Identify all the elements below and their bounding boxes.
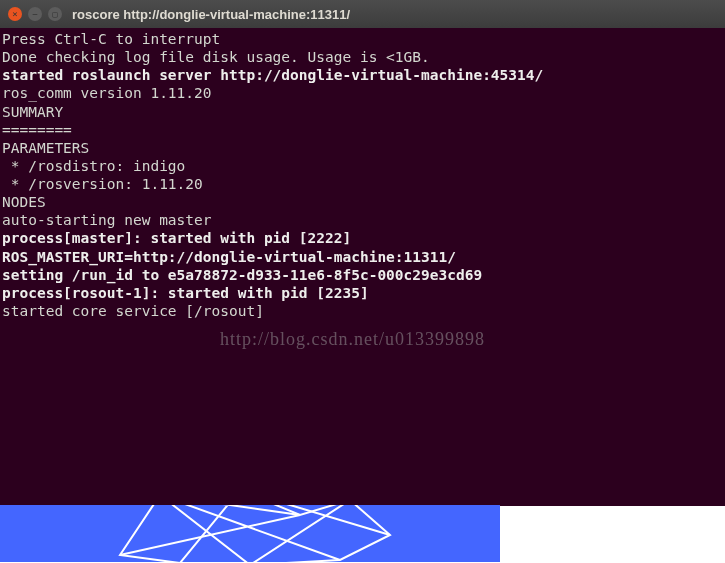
terminal-line: process[master]: started with pid [2222] (2, 229, 721, 247)
window-title: roscore http://donglie-virtual-machine:1… (72, 7, 350, 22)
watermark-text: http://blog.csdn.net/u013399898 (220, 328, 485, 351)
terminal-line: ros_comm version 1.11.20 (2, 84, 721, 102)
close-icon[interactable]: × (8, 7, 22, 21)
terminal-line: SUMMARY (2, 103, 721, 121)
titlebar[interactable]: × − ▢ roscore http://donglie-virtual-mac… (0, 0, 725, 28)
terminal-window: × − ▢ roscore http://donglie-virtual-mac… (0, 0, 725, 506)
terminal-line: PARAMETERS (2, 139, 721, 157)
terminal-line: ======== (2, 121, 721, 139)
terminal-line: * /rosdistro: indigo (2, 157, 721, 175)
terminal-line: started roslaunch server http://donglie-… (2, 66, 721, 84)
visualization-panel (0, 505, 500, 562)
terminal-line: ROS_MASTER_URI=http://donglie-virtual-ma… (2, 248, 721, 266)
terminal-line: Press Ctrl-C to interrupt (2, 30, 721, 48)
terminal-line: * /rosversion: 1.11.20 (2, 175, 721, 193)
window-controls: × − ▢ (8, 7, 62, 21)
terminal-line: setting /run_id to e5a78872-d933-11e6-8f… (2, 266, 721, 284)
terminal-line: started core service [/rosout] (2, 302, 721, 320)
wireframe-icon (100, 505, 420, 562)
minimize-icon[interactable]: − (28, 7, 42, 21)
terminal-line: NODES (2, 193, 721, 211)
terminal-output[interactable]: Press Ctrl-C to interrupt Done checking … (0, 28, 725, 506)
terminal-line: auto-starting new master (2, 211, 721, 229)
terminal-line: Done checking log file disk usage. Usage… (2, 48, 721, 66)
maximize-icon[interactable]: ▢ (48, 7, 62, 21)
bottom-area (0, 506, 725, 563)
terminal-line: process[rosout-1]: started with pid [223… (2, 284, 721, 302)
